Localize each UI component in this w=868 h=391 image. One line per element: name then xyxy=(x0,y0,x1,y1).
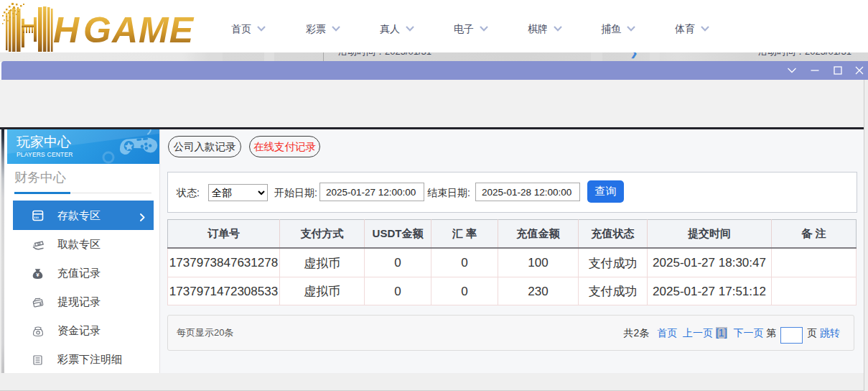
svg-text:H: H xyxy=(53,10,80,50)
svg-text:¥: ¥ xyxy=(36,272,39,278)
svg-text:GAME: GAME xyxy=(83,10,195,50)
